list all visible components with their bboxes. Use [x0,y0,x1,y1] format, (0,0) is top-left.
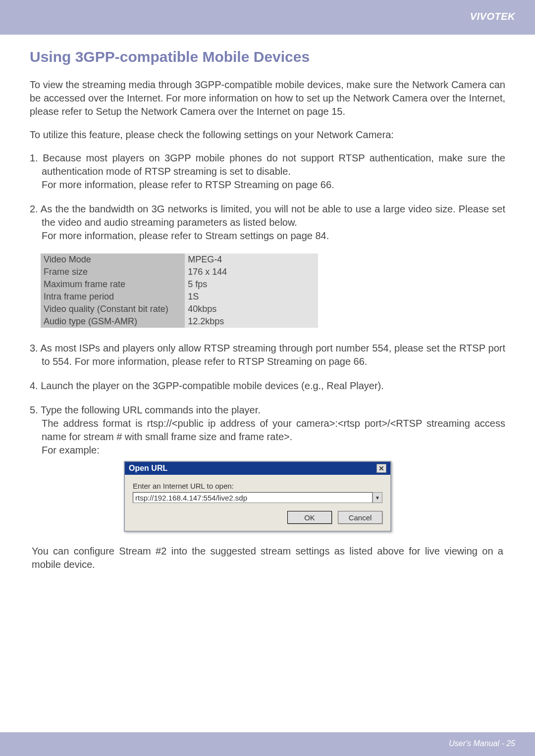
setting-label: Video Mode [41,253,185,266]
dialog-button-row: OK Cancel [133,511,382,524]
dialog-title-text: Open URL [129,464,167,473]
header-band: VIVOTEK [0,0,535,35]
table-row: Frame size 176 x 144 [41,266,318,278]
intro-paragraph: To view the streaming media through 3GPP… [30,78,505,118]
page-title: Using 3GPP-compatible Mobile Devices [30,49,505,65]
table-row: Audio type (GSM-AMR) 12.2kbps [41,315,318,328]
setting-value: 176 x 144 [185,266,318,278]
setting-label: Audio type (GSM-AMR) [41,315,185,328]
setting-label: Maximum frame rate [41,278,185,291]
config-paragraph: You can configure Stream #2 into the sug… [30,545,505,571]
table-row: Intra frame period 1S [41,291,318,303]
setting-value: 12.2kbps [185,315,318,328]
settings-table: Video Mode MPEG-4 Frame size 176 x 144 M… [41,253,318,328]
url-input[interactable]: rtsp://192.168.4.147:554/live2.sdp [133,492,373,503]
setting-value: 40kbps [185,303,318,315]
table-row: Video quality (Constant bit rate) 40kbps [41,303,318,315]
url-input-row: rtsp://192.168.4.147:554/live2.sdp ▼ [133,492,382,503]
list-item-2: 2. As the the bandwidth on 3G networks i… [30,202,505,243]
brand-label: VIVOTEK [470,11,515,22]
list-item-3: 3. As most ISPs and players only allow R… [30,342,505,368]
page-number: User's Manual - 25 [449,739,515,748]
setting-value: MPEG-4 [185,253,318,266]
list-item-4: 4. Launch the player on the 3GPP-compati… [30,379,505,393]
dialog-titlebar: Open URL ✕ [125,462,390,475]
ok-button[interactable]: OK [287,511,332,524]
chevron-down-icon: ▼ [375,495,380,501]
close-button[interactable]: ✕ [376,464,386,473]
utilize-paragraph: To utilize this feature, please check th… [30,128,505,142]
setting-label: Video quality (Constant bit rate) [41,303,185,315]
dropdown-button[interactable]: ▼ [373,492,382,503]
list-item-1: 1. Because most players on 3GPP mobile p… [30,151,505,192]
footer-band: User's Manual - 25 [0,732,535,756]
open-url-dialog: Open URL ✕ Enter an Internet URL to open… [124,461,391,532]
dialog-body: Enter an Internet URL to open: rtsp://19… [125,475,390,531]
table-row: Maximum frame rate 5 fps [41,278,318,291]
dialog-field-label: Enter an Internet URL to open: [133,482,382,490]
setting-value: 5 fps [185,278,318,291]
list-item-5: 5. Type the following URL commands into … [30,403,505,457]
setting-label: Frame size [41,266,185,278]
table-row: Video Mode MPEG-4 [41,253,318,266]
page-content: Using 3GPP-compatible Mobile Devices To … [0,35,535,591]
cancel-button[interactable]: Cancel [338,511,382,524]
setting-value: 1S [185,291,318,303]
setting-label: Intra frame period [41,291,185,303]
